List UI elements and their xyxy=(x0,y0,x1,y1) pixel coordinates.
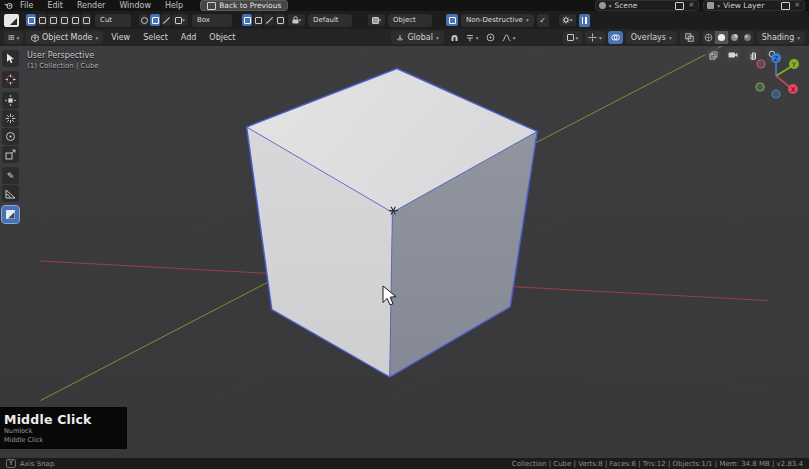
shading-solid-icon[interactable] xyxy=(715,31,728,44)
svg-text:Y: Y xyxy=(791,61,796,69)
op-join-icon[interactable] xyxy=(59,14,69,26)
rotate-tool[interactable] xyxy=(2,110,19,127)
viewport-header: ⊞ Object Mode View Select Add Object Glo… xyxy=(0,29,809,46)
gizmos-dropdown[interactable] xyxy=(585,31,605,44)
menu-window[interactable]: Window xyxy=(112,0,158,11)
view-perspective-label: User Perspective xyxy=(27,51,94,60)
cursor-tool[interactable] xyxy=(2,71,19,88)
snap-target-dropdown[interactable] xyxy=(465,31,480,44)
camera-view-button[interactable] xyxy=(725,47,741,63)
overlays-dropdown-label: Overlays xyxy=(631,33,666,42)
view-menu[interactable]: View xyxy=(106,29,135,46)
window-icon xyxy=(207,2,216,10)
move-tool[interactable] xyxy=(2,92,19,109)
behavior-mode-dropdown[interactable]: Non-Destructive xyxy=(461,14,534,27)
cube-object[interactable] xyxy=(247,68,538,377)
overlays-dropdown[interactable]: Overlays xyxy=(626,31,677,44)
object-visibility-dropdown[interactable] xyxy=(563,31,582,44)
measure-tool[interactable] xyxy=(2,185,19,202)
scene-selector[interactable]: Scene ✕ xyxy=(595,0,700,11)
gizmo-y-neg-ball[interactable] xyxy=(756,83,764,91)
snap-toggle[interactable] xyxy=(447,31,462,44)
gizmo-x-neg-ball[interactable] xyxy=(757,60,765,68)
mode-a-icon[interactable] xyxy=(242,14,252,26)
overlays-toggle[interactable] xyxy=(608,31,623,44)
apply-check-button[interactable]: ✓ xyxy=(537,14,549,27)
boxcutter-active-tool-icon[interactable] xyxy=(4,14,19,27)
falloff-curve-icon xyxy=(502,34,511,42)
pause-button[interactable] xyxy=(579,14,590,27)
live-toggle-icon[interactable] xyxy=(446,14,458,26)
shape-dropdown-label: Box xyxy=(197,16,210,24)
viewport-3d[interactable]: ✎ User Perspective (1) Collection | Cube xyxy=(0,46,809,458)
annotate-tool[interactable]: ✎ xyxy=(2,167,19,184)
menu-file[interactable]: File xyxy=(13,0,40,11)
toolbar: ✎ xyxy=(2,50,19,223)
menu-edit[interactable]: Edit xyxy=(40,0,70,11)
scene-stats: Collection | Cube | Verts:8 | Faces:6 | … xyxy=(512,460,803,468)
xray-toggle[interactable] xyxy=(680,31,699,44)
lock-icon xyxy=(292,16,299,24)
align-dropdown[interactable]: Object xyxy=(388,14,432,27)
view-layer-selector[interactable]: View Layer ✕ xyxy=(703,0,805,11)
surface-dropdown[interactable]: Default xyxy=(308,14,352,27)
boxcutter-mode-buttons xyxy=(242,14,285,26)
transform-orientation-dropdown[interactable]: Global xyxy=(391,31,443,44)
align-dropdown-label: Object xyxy=(393,16,416,24)
mode-c-icon[interactable] xyxy=(264,14,274,26)
shape-box-icon[interactable] xyxy=(150,14,160,26)
view-layer-icon xyxy=(707,2,714,9)
new-scene-icon[interactable] xyxy=(675,2,684,10)
editor-type-dropdown[interactable]: ⊞ xyxy=(4,31,23,44)
shape-dropdown[interactable]: Box xyxy=(192,14,232,27)
surface-dropdown-label: Default xyxy=(313,16,339,24)
op-extract-icon[interactable] xyxy=(81,14,91,26)
shading-material-icon[interactable] xyxy=(728,31,741,44)
navigation-axis-gizmo[interactable]: Z Y X xyxy=(740,48,804,104)
check-icon: ✓ xyxy=(539,16,546,25)
add-menu[interactable]: Add xyxy=(176,29,202,46)
op-inset-icon[interactable] xyxy=(48,14,58,26)
shape-custom-icon[interactable] xyxy=(172,14,188,26)
settings-gear-button[interactable] xyxy=(559,14,576,26)
shading-wireframe-icon[interactable] xyxy=(702,31,715,44)
shading-rendered-icon[interactable] xyxy=(741,31,754,44)
object-menu[interactable]: Object xyxy=(204,29,240,46)
object-mode-dropdown[interactable]: Object Mode xyxy=(26,31,103,44)
remove-view-layer-icon[interactable]: ✕ xyxy=(793,1,801,10)
lock-button[interactable] xyxy=(288,14,305,26)
cut-dropdown[interactable]: Cut xyxy=(95,14,131,27)
select-menu[interactable]: Select xyxy=(138,29,173,46)
menu-help[interactable]: Help xyxy=(158,0,190,11)
op-slice-icon[interactable] xyxy=(37,14,47,26)
op-cut-icon[interactable] xyxy=(26,14,36,26)
perspective-toggle-button[interactable] xyxy=(705,47,721,63)
mode-b-icon[interactable] xyxy=(253,14,263,26)
gizmo-z-neg-ball[interactable] xyxy=(772,90,780,98)
unlink-scene-icon[interactable]: ✕ xyxy=(687,1,695,10)
boxcutter-tool[interactable] xyxy=(2,206,19,223)
screencast-keys-overlay: Middle Click Numlock Middle Click xyxy=(0,407,127,449)
proportional-editing-toggle[interactable] xyxy=(483,31,498,44)
svg-text:X: X xyxy=(791,86,796,94)
select-box-tool[interactable] xyxy=(2,50,19,67)
mode-d-icon[interactable] xyxy=(275,14,285,26)
shape-circle-icon[interactable] xyxy=(139,14,149,26)
new-view-layer-icon[interactable] xyxy=(781,2,790,10)
blender-logo-icon xyxy=(4,1,13,10)
scene-chevron-icon xyxy=(609,1,612,10)
object-mode-label: Object Mode xyxy=(42,33,92,42)
falloff-dropdown[interactable] xyxy=(501,31,517,44)
menu-render[interactable]: Render xyxy=(70,0,112,11)
op-knife-icon[interactable] xyxy=(70,14,80,26)
shape-ngon-icon[interactable] xyxy=(161,14,171,26)
scale-tool[interactable] xyxy=(2,128,19,145)
xray-icon xyxy=(685,33,694,42)
blender-window: File Edit Render Window Help Back to Pre… xyxy=(0,0,809,469)
object-mode-cube-icon xyxy=(31,34,39,42)
align-icon-button[interactable] xyxy=(368,14,385,26)
back-to-previous-button[interactable]: Back to Previous xyxy=(200,0,288,11)
transform-tool[interactable] xyxy=(2,146,19,163)
shading-dropdown[interactable]: Shading xyxy=(757,31,805,44)
keymap-hint: Axis Snap xyxy=(20,460,54,468)
